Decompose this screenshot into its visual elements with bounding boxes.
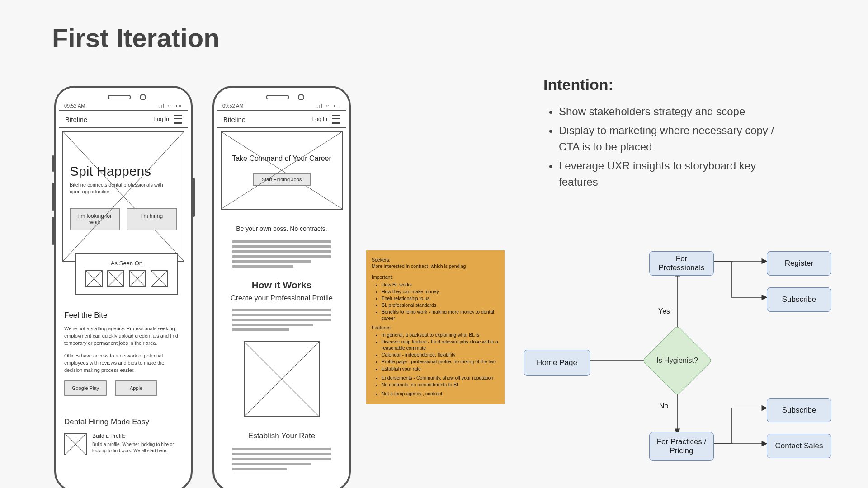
google-play-button[interactable]: Google Play (64, 380, 107, 396)
brand-label: Biteline (223, 116, 245, 123)
note-heading: Seekers: (372, 257, 499, 263)
hiring-button[interactable]: I'm hiring (127, 208, 177, 230)
apple-button[interactable]: Apple (115, 380, 157, 396)
screen: Spit Happens Biteline connects dental pr… (56, 128, 191, 461)
screen: Take Command of Your Career Start Findin… (214, 128, 349, 476)
start-finding-jobs-button[interactable]: Start Finding Jobs (253, 173, 311, 186)
status-time: 09:52 AM (222, 103, 243, 108)
status-bar: 09:52 AM .ıl ᯤ ▮▯ (214, 100, 349, 109)
flow-node-practices: For Practices / Pricing (649, 432, 714, 461)
section-heading: Dental Hiring Made Easy (64, 418, 183, 427)
login-link[interactable]: Log In (154, 116, 169, 122)
note-item: Discover map feature - Find relevant job… (382, 338, 499, 351)
research-sticky-note: Seekers: More interested in contract- wh… (366, 250, 505, 404)
logo-placeholder (151, 270, 168, 287)
status-icons: .ıl ᯤ ▮▯ (316, 103, 341, 108)
user-flow-diagram: Home Page Is Hygienist? Yes No For Profe… (524, 244, 868, 488)
phone-side-button (52, 183, 54, 211)
as-seen-on-label: As Seen On (80, 260, 173, 267)
app-header: Biteline Log In (217, 110, 346, 128)
status-icons: .ıl ᯤ ▮▯ (158, 103, 183, 108)
copy-placeholder (232, 309, 331, 331)
section-para: Offices have access to a network of pote… (64, 352, 183, 374)
intention-item: Leverage UXR insights to storyboard key … (559, 158, 794, 190)
how-it-works-heading: How it Works (219, 280, 344, 291)
phone-notch (214, 92, 349, 100)
brand-label: Biteline (65, 116, 87, 123)
slide: First Iteration 09:52 AM .ıl ᯤ ▮▯ Biteli… (0, 0, 868, 488)
note-item: Benefits to temp work - making more mone… (382, 309, 499, 321)
note-heading: Features: (372, 324, 499, 331)
note-item: How they can make money (382, 288, 499, 295)
establish-rate-heading: Establish Your Rate (219, 432, 344, 441)
note-item: Profile page - professional profile, no … (382, 358, 499, 365)
image-placeholder (244, 341, 320, 417)
hamburger-icon[interactable] (174, 115, 182, 124)
hero-headline: Take Command of Your Career (232, 155, 331, 163)
create-profile-heading: Create your Professional Profile (219, 294, 344, 302)
intention-heading: Intention: (543, 76, 794, 94)
speaker-icon (108, 95, 131, 99)
note-line: More interested in contract- which is pe… (372, 263, 499, 269)
flow-node-subscribe-practice: Subscribe (767, 398, 831, 422)
intention-list: Show stakeholders strategy and scope Dis… (543, 103, 794, 190)
flow-edge-yes: Yes (658, 307, 670, 315)
flow-node-register: Register (767, 251, 831, 276)
page-title: First Iteration (52, 23, 220, 53)
note-list-features: In general, a backseat to explaining wha… (372, 332, 499, 372)
hamburger-icon[interactable] (332, 115, 340, 124)
phone-notch (56, 92, 191, 100)
camera-icon (298, 94, 304, 100)
flow-edge-no: No (659, 402, 668, 410)
flow-decision-label: Is Hygienist? (652, 336, 702, 385)
flow-node-professionals: For Professionals (649, 251, 714, 276)
feel-the-bite-section: Feel the Bite We're not a staffing agenc… (64, 311, 183, 396)
logo-placeholder (85, 270, 103, 287)
seeker-button[interactable]: I'm looking for work (70, 208, 120, 230)
note-list-important: How BL works How they can make money The… (372, 282, 499, 322)
status-bar: 09:52 AM .ıl ᯤ ▮▯ (56, 100, 191, 109)
section-para: We're not a staffing agency. Professiona… (64, 325, 183, 347)
flow-decision-hygienist: Is Hygienist? (652, 336, 702, 385)
note-item: Their relationship to us (382, 295, 499, 301)
logo-placeholder (129, 270, 146, 287)
subheading: Be your own boss. No contracts. (219, 225, 344, 232)
note-item: How BL works (382, 282, 499, 288)
note-item: Calendar - independence, flexibility (382, 352, 499, 358)
note-item: BL professional standards (382, 302, 499, 308)
copy-placeholder (232, 448, 331, 470)
flow-node-subscribe-pro: Subscribe (767, 287, 831, 312)
note-list-features-2: Endorsements - Community, show off your … (372, 375, 499, 388)
phone-side-button (52, 155, 54, 172)
flow-node-contact-sales: Contact Sales (767, 434, 831, 458)
section-heading: Feel the Bite (64, 311, 183, 320)
intention-block: Intention: Show stakeholders strategy an… (543, 76, 794, 193)
app-header: Biteline Log In (59, 110, 188, 128)
hero-headline: Spit Happens (70, 164, 177, 179)
note-item: Establish your rate (382, 366, 499, 372)
note-list-features-3: Not a temp agency , contract (372, 390, 499, 397)
feature-title: Build a Profile (92, 433, 183, 439)
note-heading: Important: (372, 274, 499, 280)
hiring-easy-section: Dental Hiring Made Easy Build a Profile … (64, 418, 183, 455)
note-item: In general, a backseat to explaining wha… (382, 332, 499, 338)
image-placeholder (64, 433, 87, 455)
hero-subcopy: Biteline connects dental professionals w… (70, 182, 174, 195)
speaker-icon (266, 95, 289, 99)
phone-side-button (52, 217, 54, 245)
wireframe-phone-2: 09:52 AM .ıl ᯤ ▮▯ Biteline Log In Take C… (212, 86, 351, 488)
flow-node-home: Home Page (524, 350, 590, 376)
as-seen-on-card: As Seen On (75, 253, 178, 295)
login-link[interactable]: Log In (312, 116, 327, 122)
intention-item: Show stakeholders strategy and scope (559, 103, 794, 120)
status-time: 09:52 AM (64, 103, 85, 108)
note-item: Endorsements - Community, show off your … (382, 375, 499, 381)
hero-image-placeholder: Spit Happens Biteline connects dental pr… (62, 131, 184, 262)
feature-copy: Build a profile. Whether looking to hire… (92, 441, 183, 454)
logo-placeholder (107, 270, 124, 287)
note-item: No contracts, no committments to BL (382, 381, 499, 388)
hero-image-placeholder: Take Command of Your Career Start Findin… (221, 131, 343, 210)
copy-placeholder (232, 240, 331, 268)
intention-item: Display to marketing where necessary cop… (559, 122, 794, 155)
camera-icon (140, 94, 146, 100)
